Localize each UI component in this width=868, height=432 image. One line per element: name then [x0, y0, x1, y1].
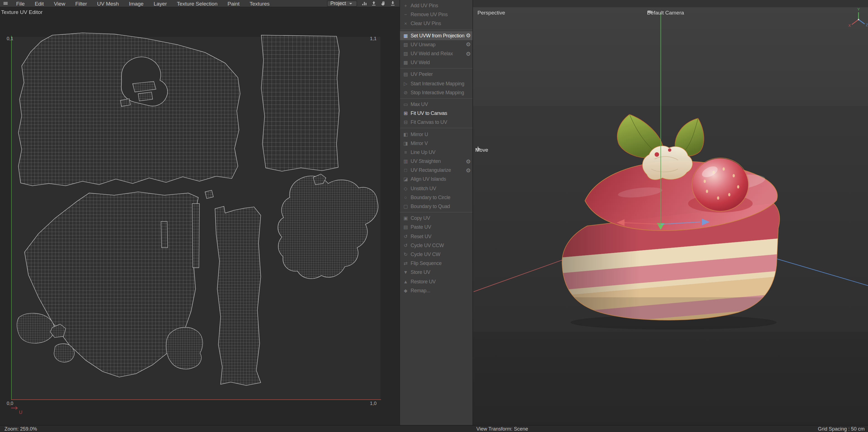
- uv-command-uv-straighten[interactable]: ▥UV Straighten⚙: [400, 157, 472, 166]
- uv-command-copy-uv[interactable]: ▣Copy UV: [400, 213, 472, 223]
- uv-peeler-icon: ▤: [402, 72, 409, 77]
- mid-statusbar: [399, 425, 473, 432]
- uv-command-label: UV Weld: [411, 60, 471, 65]
- zoom-level: Zoom: 259.0%: [4, 426, 37, 432]
- uv-command-paste-uv[interactable]: ▤Paste UV: [400, 223, 472, 232]
- uv-command-uv-weld[interactable]: ▩UV Weld: [400, 58, 472, 67]
- hand-icon[interactable]: [379, 0, 386, 7]
- uv-command-uv-unwrap[interactable]: ▧UV Unwrap⚙: [400, 40, 472, 49]
- camera-icon[interactable]: [687, 9, 693, 16]
- uv-command-label: Start Interactive Mapping: [411, 81, 471, 86]
- u-axis-label: U: [19, 409, 22, 415]
- uv-command-label: Restore UV: [411, 279, 471, 284]
- uv-canvas[interactable]: 0,1 1,1 0,0 1,0 U: [0, 0, 399, 432]
- reset-uv-icon: ↺: [402, 233, 409, 239]
- uv-command-max-uv[interactable]: ▭Max UV: [400, 100, 472, 109]
- uv-command-uv-rectangularize[interactable]: □UV Rectangularize⚙: [400, 166, 472, 175]
- uv-command-label: Mirror V: [411, 140, 471, 146]
- fit-uv-to-canvas-icon: ⊞: [402, 110, 409, 116]
- uv-weld-and-relax-icon: ▨: [402, 51, 409, 56]
- move-tool-hint: Move: [475, 146, 499, 153]
- uv-command-label: UV Rectangularize: [411, 168, 465, 173]
- uv-command-label: UV Straighten: [411, 159, 465, 164]
- menu-textures[interactable]: Textures: [245, 0, 275, 7]
- uv-command-add-uv-pins[interactable]: +Add UV Pins: [400, 1, 472, 10]
- boundary-to-circle-icon: ○: [402, 195, 409, 200]
- mirror-v-icon: ◨: [402, 140, 409, 146]
- upload-icon[interactable]: [370, 0, 377, 7]
- cycle-uv-cw-icon: ↻: [402, 252, 409, 257]
- gear-icon[interactable]: ⚙: [466, 167, 471, 173]
- menu-view[interactable]: View: [49, 0, 70, 7]
- uv-command-restore-uv[interactable]: ▲Restore UV: [400, 277, 472, 286]
- uv-command-boundary-to-quad[interactable]: ▢Boundary to Quad: [400, 202, 472, 211]
- uv-command-set-uvw-from-projection[interactable]: ▦Set UVW from Projection⚙: [400, 31, 472, 40]
- uv-straighten-icon: ▥: [402, 159, 409, 164]
- uv-command-uv-peeler[interactable]: ▤UV Peeler: [400, 70, 472, 79]
- texture-uv-editor-panel: FileEditViewFilterUV MeshImageLayerTextu…: [0, 0, 399, 432]
- uv-corner-label: 1,0: [370, 401, 377, 406]
- uv-command-label: Stop Interactive Mapping: [411, 90, 471, 95]
- view-transform-label: View Transform: Scene: [476, 426, 528, 432]
- align-uv-islands-icon: ◪: [402, 176, 409, 182]
- line-up-uv-icon: ≡: [402, 149, 409, 155]
- set-uvw-from-projection-icon: ▦: [402, 33, 409, 38]
- uv-command-store-uv[interactable]: ▼Store UV: [400, 268, 472, 277]
- unstitch-uv-icon: ◇: [402, 185, 409, 191]
- clear-uv-pins-icon: ×: [402, 21, 409, 27]
- uv-command-cycle-uv-cw[interactable]: ↻Cycle UV CW: [400, 250, 472, 259]
- uv-command-fit-canvas-to-uv[interactable]: ⊟Fit Canvas to UV: [400, 118, 472, 127]
- start-interactive-mapping-icon: ▷: [402, 81, 409, 86]
- uv-command-remove-uv-pins[interactable]: −Remove UV Pins: [400, 10, 472, 19]
- remove-uv-pins-icon: −: [402, 12, 409, 18]
- uv-command-mirror-u[interactable]: ◧Mirror U: [400, 130, 472, 139]
- uv-corner-label: 0,1: [7, 36, 13, 41]
- uv-command-unstitch-uv[interactable]: ◇Unstitch UV: [400, 184, 472, 193]
- uv-command-label: Clear UV Pins: [411, 21, 471, 27]
- move-icon: [491, 146, 498, 153]
- uv-command-align-uv-islands[interactable]: ◪Align UV Islands: [400, 175, 472, 184]
- menu-uv-mesh[interactable]: UV Mesh: [92, 0, 124, 7]
- menu-filter[interactable]: Filter: [70, 0, 92, 7]
- camera-mode-label[interactable]: Perspective: [477, 9, 505, 16]
- uv-command-label: Fit Canvas to UV: [411, 120, 471, 125]
- gear-icon[interactable]: ⚙: [466, 32, 471, 38]
- uv-commands-panel: +Add UV Pins−Remove UV Pins×Clear UV Pin…: [399, 0, 473, 432]
- uv-command-flip-sequence[interactable]: ⇄Flip Sequence: [400, 259, 472, 268]
- uv-command-label: Flip Sequence: [411, 260, 471, 266]
- uv-command-mirror-v[interactable]: ◨Mirror V: [400, 139, 472, 147]
- uv-command-boundary-to-circle[interactable]: ○Boundary to Circle: [400, 193, 472, 202]
- chart-icon[interactable]: [361, 0, 368, 7]
- menu-image[interactable]: Image: [124, 0, 149, 7]
- uv-command-stop-interactive-mapping[interactable]: ⊘Stop Interactive Mapping: [400, 88, 472, 97]
- gear-icon[interactable]: ⚙: [466, 51, 471, 57]
- gear-icon[interactable]: ⚙: [466, 41, 471, 48]
- project-dropdown[interactable]: Project: [327, 0, 357, 6]
- menu-edit[interactable]: Edit: [30, 0, 49, 7]
- stop-interactive-mapping-icon: ⊘: [402, 90, 409, 95]
- uv-command-line-up-uv[interactable]: ≡Line Up UV: [400, 148, 472, 157]
- download-icon[interactable]: [389, 0, 396, 7]
- chevron-down-icon: [348, 1, 353, 6]
- uv-weld-icon: ▩: [402, 60, 409, 65]
- 3d-viewport[interactable]: Y X Z Perspective Default Camera Move: [473, 7, 868, 425]
- uv-command-clear-uv-pins[interactable]: ×Clear UV Pins: [400, 19, 472, 28]
- uv-command-reset-uv[interactable]: ↺Reset UV: [400, 232, 472, 241]
- menu-layer[interactable]: Layer: [149, 0, 172, 7]
- uv-command-remap[interactable]: ◆Remap...: [400, 286, 472, 295]
- camera-name-label[interactable]: Default Camera: [647, 9, 694, 16]
- menu-paint[interactable]: Paint: [223, 0, 245, 7]
- gear-icon[interactable]: ⚙: [466, 158, 471, 164]
- cycle-uv-ccw-icon: ↺: [402, 242, 409, 248]
- uv-command-cycle-uv-ccw[interactable]: ↺Cycle UV CCW: [400, 241, 472, 250]
- menu-icon[interactable]: [2, 0, 9, 7]
- paste-uv-icon: ▤: [402, 225, 409, 230]
- uv-command-label: Max UV: [411, 102, 471, 107]
- uv-command-uv-weld-and-relax[interactable]: ▨UV Weld and Relax⚙: [400, 49, 472, 58]
- uv-command-fit-uv-to-canvas[interactable]: ⊞Fit UV to Canvas: [400, 109, 472, 118]
- uv-command-start-interactive-mapping[interactable]: ▷Start Interactive Mapping: [400, 79, 472, 88]
- menu-texture-selection[interactable]: Texture Selection: [172, 0, 223, 7]
- uv-command-label: Mirror U: [411, 132, 471, 137]
- menu-file[interactable]: File: [11, 0, 30, 7]
- uv-command-label: Reset UV: [411, 233, 471, 239]
